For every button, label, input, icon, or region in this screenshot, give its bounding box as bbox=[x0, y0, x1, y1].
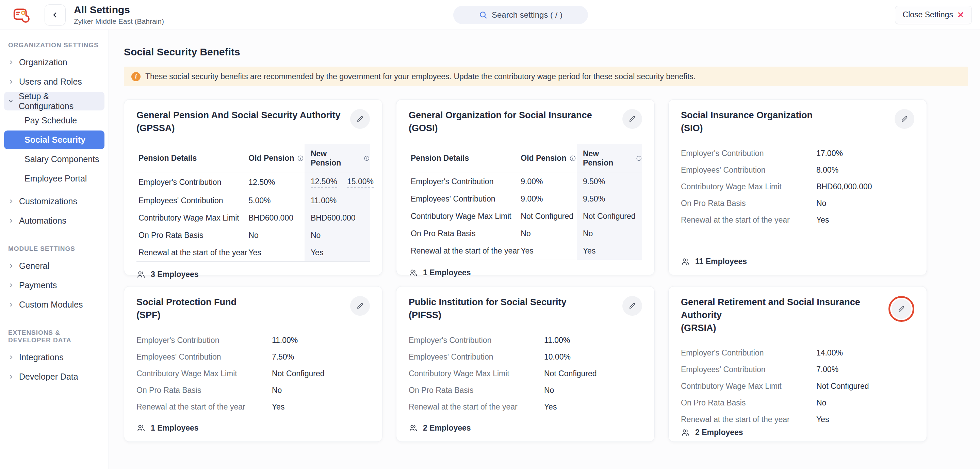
sidebar-item-label: General bbox=[19, 261, 49, 271]
annotation-highlight-ring bbox=[888, 296, 914, 322]
search-icon bbox=[479, 11, 488, 19]
sidebar-item-customizations[interactable]: Customizations bbox=[4, 192, 105, 211]
sidebar-item-employee-portal[interactable]: Employee Portal bbox=[4, 169, 105, 188]
chevron-right-icon bbox=[8, 199, 14, 204]
list-item: Employees' Contribution7.50% bbox=[137, 349, 370, 365]
sidebar-item-social-security[interactable]: Social Security bbox=[4, 130, 105, 149]
pension-list: Employer's Contribution11.00% Employees'… bbox=[409, 332, 642, 415]
chevron-right-icon bbox=[8, 283, 14, 288]
pension-list: Employer's Contribution17.00% Employees'… bbox=[681, 145, 914, 228]
main-content: Social Security Benefits i These social … bbox=[109, 30, 980, 469]
search-settings-input[interactable]: Search settings ( / ) bbox=[453, 6, 588, 24]
info-icon[interactable] bbox=[636, 155, 642, 162]
close-settings-button[interactable]: Close Settings ✕ bbox=[895, 6, 972, 24]
list-item: On Pro Rata BasisNo bbox=[681, 395, 914, 411]
card-footer: 1 Employees bbox=[137, 423, 370, 433]
sidebar-item-automations[interactable]: Automations bbox=[4, 211, 105, 230]
list-item: Contributory Wage Max LimitBHD60,000.000 bbox=[681, 178, 914, 195]
list-item: Renewal at the start of the yearYes bbox=[409, 399, 642, 415]
payroll-logo-icon bbox=[11, 5, 30, 24]
old-rate-tooltip[interactable]: 12.50% bbox=[311, 177, 337, 188]
info-icon[interactable] bbox=[569, 155, 576, 162]
card-title: Social Insurance Organization (SIO) bbox=[681, 109, 813, 135]
header-title-block: All Settings Zylker Middle East (Bahrain… bbox=[74, 4, 164, 25]
info-icon[interactable] bbox=[364, 155, 370, 162]
chevron-right-icon bbox=[8, 302, 14, 307]
edit-spf-button[interactable] bbox=[350, 296, 370, 316]
card-pifss: Public Institution for Social Security (… bbox=[396, 286, 655, 442]
edit-gpssa-button[interactable] bbox=[350, 109, 370, 129]
list-item: Renewal at the start of the yearYes bbox=[681, 212, 914, 228]
pencil-icon bbox=[628, 301, 637, 310]
sidebar-item-custom-modules[interactable]: Custom Modules bbox=[4, 295, 105, 314]
table-header-row: Pension Details Old Pension New Pension bbox=[409, 144, 642, 173]
employees-icon bbox=[409, 268, 418, 277]
sidebar-item-developer-data[interactable]: Developer Data bbox=[4, 368, 105, 386]
new-rate-tooltip[interactable]: 15.00% bbox=[347, 177, 374, 188]
section-extensions-developer-data: EXTENSIONS & DEVELOPER DATA bbox=[8, 329, 105, 344]
card-footer: 2 Employees bbox=[409, 423, 642, 433]
card-gpssa: General Pension And Social Security Auth… bbox=[124, 99, 382, 275]
list-item: Renewal at the start of the yearYes bbox=[137, 399, 370, 415]
banner-text: These social security benefits are recom… bbox=[145, 72, 695, 81]
list-item: Contributory Wage Max LimitNot Configure… bbox=[409, 365, 642, 382]
section-module-settings: MODULE SETTINGS bbox=[8, 245, 105, 252]
section-organization-settings: ORGANIZATION SETTINGS bbox=[8, 41, 105, 49]
sidebar-item-salary-components[interactable]: Salary Components bbox=[4, 150, 105, 169]
list-item: Employees' Contribution7.00% bbox=[681, 361, 914, 378]
column-header: Pension Details bbox=[409, 149, 520, 168]
table-row: Employees' Contribution 9.00% 9.50% bbox=[409, 190, 642, 208]
table-header-row: Pension Details Old Pension New Pension bbox=[137, 144, 370, 173]
employees-icon bbox=[409, 423, 418, 433]
table-row: Renewal at the start of the year Yes Yes bbox=[409, 242, 642, 260]
edit-pifss-button[interactable] bbox=[622, 296, 642, 316]
column-header: Old Pension bbox=[248, 149, 305, 168]
edit-sio-button[interactable] bbox=[894, 109, 914, 129]
edit-gosi-button[interactable] bbox=[622, 109, 642, 129]
sidebar-item-general[interactable]: General bbox=[4, 257, 105, 275]
sidebar-item-organization[interactable]: Organization bbox=[4, 53, 105, 72]
employees-icon bbox=[137, 423, 146, 433]
list-item: Employer's Contribution11.00% bbox=[137, 332, 370, 349]
sidebar-item-label: Integrations bbox=[19, 352, 64, 362]
page-header-title: All Settings bbox=[74, 4, 164, 16]
edit-grsia-button[interactable] bbox=[891, 299, 911, 319]
table-row: Employees' Contribution 5.00% 11.00% bbox=[137, 192, 370, 209]
card-footer: 2 Employees bbox=[681, 428, 914, 437]
back-button[interactable] bbox=[45, 5, 66, 25]
page-title: Social Security Benefits bbox=[124, 46, 968, 58]
info-icon: i bbox=[131, 72, 140, 81]
search-placeholder: Search settings ( / ) bbox=[492, 10, 563, 20]
close-icon: ✕ bbox=[957, 11, 964, 19]
sidebar-item-label: Customizations bbox=[19, 196, 77, 206]
card-title: General Retirement and Social Insurance … bbox=[681, 296, 888, 334]
card-footer: 1 Employees bbox=[409, 260, 642, 277]
card-grsia: General Retirement and Social Insurance … bbox=[668, 286, 927, 442]
sidebar-item-label: Developer Data bbox=[19, 372, 78, 382]
list-item: Employer's Contribution17.00% bbox=[681, 145, 914, 162]
list-item: Employer's Contribution11.00% bbox=[409, 332, 642, 349]
sidebar-item-integrations[interactable]: Integrations bbox=[4, 348, 105, 367]
info-banner: i These social security benefits are rec… bbox=[124, 67, 968, 86]
chevron-right-icon bbox=[8, 374, 14, 379]
sidebar-item-users-and-roles[interactable]: Users and Roles bbox=[4, 72, 105, 91]
list-item: Employees' Contribution10.00% bbox=[409, 349, 642, 365]
table-row: Employer's Contribution 9.00% 9.50% bbox=[409, 173, 642, 190]
employee-count: 1 Employees bbox=[423, 268, 471, 277]
close-settings-label: Close Settings bbox=[903, 10, 953, 19]
card-sio: Social Insurance Organization (SIO) Empl… bbox=[668, 99, 927, 275]
chevron-right-icon bbox=[8, 263, 14, 268]
info-icon[interactable] bbox=[297, 155, 304, 162]
column-header: New Pension bbox=[305, 144, 370, 173]
sidebar-item-payments[interactable]: Payments bbox=[4, 276, 105, 295]
employees-icon bbox=[681, 257, 690, 266]
sidebar-item-pay-schedule[interactable]: Pay Schedule bbox=[4, 111, 105, 130]
employees-icon bbox=[137, 270, 146, 279]
column-header: Old Pension bbox=[520, 149, 577, 168]
sidebar-item-setup-configurations[interactable]: Setup & Configurations bbox=[4, 92, 105, 111]
pencil-icon bbox=[628, 114, 637, 124]
card-footer: 11 Employees bbox=[681, 257, 914, 266]
pencil-icon bbox=[356, 114, 364, 124]
list-item: Renewal at the start of the yearYes bbox=[681, 411, 914, 428]
list-item: On Pro Rata BasisNo bbox=[681, 195, 914, 212]
